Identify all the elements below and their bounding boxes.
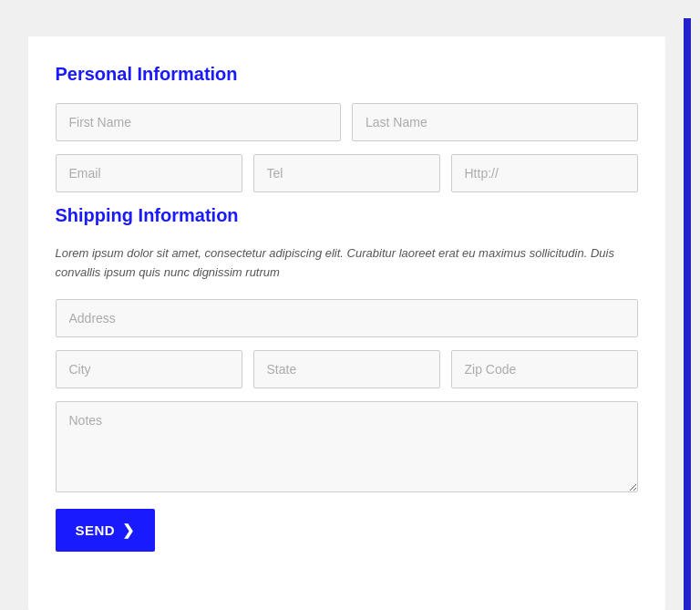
send-button[interactable]: SEND ❯: [56, 509, 155, 552]
send-label: SEND: [76, 522, 116, 538]
state-input[interactable]: [253, 350, 440, 388]
page-wrapper: Personal Information Shipping Informatio…: [10, 18, 691, 610]
personal-info-title: Personal Information: [56, 64, 638, 85]
last-name-input[interactable]: [352, 103, 638, 141]
shipping-section: Shipping Information Lorem ipsum dolor s…: [56, 205, 638, 552]
address-row: [56, 299, 638, 337]
zip-input[interactable]: [451, 350, 638, 388]
email-input[interactable]: [56, 154, 242, 192]
tel-input[interactable]: [253, 154, 440, 192]
city-input[interactable]: [56, 350, 242, 388]
chevron-right-icon: ❯: [122, 522, 135, 539]
url-input[interactable]: [451, 154, 638, 192]
name-row: [56, 103, 638, 141]
first-name-input[interactable]: [56, 103, 342, 141]
form-container: Personal Information Shipping Informatio…: [28, 36, 665, 610]
accent-bar: [684, 18, 691, 610]
city-state-zip-row: [56, 350, 638, 388]
notes-textarea[interactable]: [56, 401, 638, 492]
contact-row: [56, 154, 638, 192]
address-input[interactable]: [56, 299, 638, 337]
shipping-info-title: Shipping Information: [56, 205, 638, 226]
shipping-description: Lorem ipsum dolor sit amet, consectetur …: [56, 244, 638, 283]
